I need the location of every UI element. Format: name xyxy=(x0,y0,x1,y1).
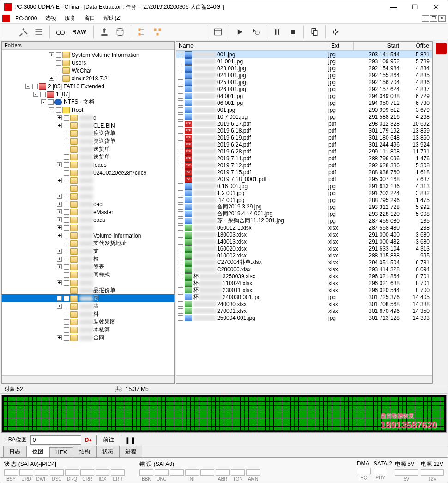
tree-checkbox[interactable] xyxy=(64,209,69,215)
file-row[interactable]: 杯240030 001.jpgjpg301 725 37614 405 xyxy=(176,293,432,300)
tree-checkbox[interactable] xyxy=(64,115,69,121)
tab-状态[interactable]: 状态 xyxy=(96,446,119,457)
tree-checkbox[interactable] xyxy=(64,264,69,270)
file-row[interactable]: 130003.xlsxxlsx291 000 4003 680 xyxy=(176,231,432,238)
file-row[interactable]: 10.7 001.jpgjpg291 588 2164 268 xyxy=(176,113,432,120)
tree-checkbox[interactable] xyxy=(64,147,69,152)
file-row[interactable]: 合同2019.4.14 001.jpgjpg293 228 1205 908 xyxy=(176,210,432,217)
expand-icon[interactable]: - xyxy=(41,99,46,104)
file-row[interactable]: 001.jpgjpg290 999 5123 679 xyxy=(176,106,432,113)
tree-item[interactable]: +代支 xyxy=(2,247,174,255)
file-checkbox[interactable] xyxy=(178,149,183,154)
tree-checkbox[interactable] xyxy=(64,312,69,317)
col-ext[interactable]: Ext xyxy=(328,42,354,50)
file-checkbox[interactable] xyxy=(178,163,183,168)
tree-item[interactable]: -巨同 xyxy=(2,294,174,302)
tree-checkbox[interactable] xyxy=(64,241,69,246)
file-row[interactable]: 024 001.jpgjpg292 155 8644 835 xyxy=(176,72,432,79)
file-row[interactable]: 060012-1.xlsxxlsx287 558 480238 xyxy=(176,224,432,231)
file-row[interactable]: 025 001.jpgjpg292 156 7044 836 xyxy=(176,79,432,86)
goto-button[interactable]: 前往 xyxy=(96,435,121,445)
file-row[interactable]: 2019.6.18.pdfpdf301 179 19213 859 xyxy=(176,127,432,134)
file-row[interactable]: 2019.6.17.pdfpdf298 012 32810 692 xyxy=(176,120,432,127)
tree-checkbox[interactable] xyxy=(64,131,69,136)
tree-item[interactable]: +杯表 xyxy=(2,302,174,310)
file-checkbox[interactable] xyxy=(178,204,183,210)
file-row[interactable]: 杯110024.xlsxxlsx296 021 6888 701 xyxy=(176,280,432,287)
tree-item[interactable]: +Ku xyxy=(2,192,174,200)
expand-icon[interactable]: + xyxy=(57,217,62,222)
file-row[interactable]: 270001.xlsxxlsx301 670 49614 350 xyxy=(176,307,432,314)
tree-item[interactable]: +System Volume Information xyxy=(2,51,174,59)
tree-checkbox[interactable] xyxy=(64,194,69,199)
tab-HEX[interactable]: HEX xyxy=(49,447,73,457)
file-checkbox[interactable] xyxy=(178,135,183,141)
tree-checkbox[interactable] xyxy=(48,99,54,105)
tree-item[interactable]: +Kwoad xyxy=(2,200,174,208)
file-row[interactable]: 010002.xlsxxlsx288 315 888995 xyxy=(176,252,432,259)
tree-item[interactable]: +xinxin2018.7.21 xyxy=(2,74,174,82)
file-row[interactable]: 2019.7.15.pdfpdf288 938 7601 618 xyxy=(176,169,432,176)
raw-button[interactable]: RAW xyxy=(69,25,90,38)
tree-item[interactable]: 20送货单 xyxy=(2,153,174,161)
flow1-icon[interactable] xyxy=(135,25,149,38)
column-header[interactable]: Name Ext Start Offse xyxy=(176,42,432,51)
tab-日志[interactable]: 日志 xyxy=(3,446,26,457)
file-checkbox[interactable] xyxy=(178,156,183,161)
tree-checkbox[interactable] xyxy=(64,178,69,183)
file-row[interactable]: C280006.xlsxxlsx293 414 3286 094 xyxy=(176,266,432,273)
expand-icon[interactable]: + xyxy=(57,335,62,340)
expand-icon[interactable]: + xyxy=(57,194,62,199)
file-checkbox[interactable] xyxy=(178,246,183,251)
file-row[interactable]: 2019.6.19.pdfpdf301 180 64813 860 xyxy=(176,134,432,141)
tree-item[interactable]: -NTFS - 文档 xyxy=(2,98,174,106)
play-icon[interactable] xyxy=(233,25,247,38)
file-row[interactable]: 2019.7.11.pdfpdf288 796 0961 476 xyxy=(176,155,432,162)
file-checkbox[interactable] xyxy=(178,315,183,321)
tree-checkbox[interactable] xyxy=(64,280,69,286)
tree-item[interactable]: +qy xyxy=(2,224,174,232)
close-button[interactable]: ✕ xyxy=(425,0,447,13)
tree-checkbox[interactable] xyxy=(64,233,69,238)
file-checkbox[interactable] xyxy=(178,274,183,279)
tree-checkbox[interactable] xyxy=(64,225,69,231)
expand-icon[interactable]: + xyxy=(57,264,62,269)
file-row[interactable]: 0.16 001.jpgjpg291 633 1364 313 xyxy=(176,183,432,190)
expand-icon[interactable]: + xyxy=(57,178,62,183)
file-row[interactable]: 250004 001.jpgjpg301 713 12814 393 xyxy=(176,314,432,321)
lba-input[interactable] xyxy=(30,435,81,445)
menu-options[interactable]: 选项 xyxy=(42,14,59,22)
file-checkbox[interactable] xyxy=(178,121,183,127)
file-checkbox[interactable] xyxy=(178,79,183,85)
tree-checkbox[interactable] xyxy=(64,154,69,160)
tree-item[interactable]: 上支代发货地址 xyxy=(2,239,174,247)
file-checkbox[interactable] xyxy=(178,301,183,307)
file-checkbox[interactable] xyxy=(178,197,183,203)
menu-service[interactable]: 服务 xyxy=(62,14,79,22)
tree-checkbox[interactable] xyxy=(64,139,69,144)
menu-help[interactable]: 帮助(Z) xyxy=(101,14,124,22)
expand-icon[interactable]: + xyxy=(57,225,62,230)
file-checkbox[interactable] xyxy=(178,142,183,147)
flow2-icon[interactable] xyxy=(151,25,164,38)
tree-item[interactable]: +员检 xyxy=(2,255,174,263)
menu-app[interactable]: PC-3000 xyxy=(12,15,40,22)
binoculars-icon[interactable] xyxy=(54,25,67,38)
expand-icon[interactable]: + xyxy=(49,52,54,57)
file-row[interactable]: 苏）采购合同11.12 001.jpgjpg287 455 080135 xyxy=(176,217,432,224)
expand-icon[interactable]: + xyxy=(57,115,62,120)
expand-icon[interactable]: + xyxy=(57,280,62,285)
file-row[interactable]: 1.2 001.jpgjpg291 202 2243 882 xyxy=(176,190,432,196)
file-checkbox[interactable] xyxy=(178,107,183,113)
file-row[interactable]: 合同2019.3.29.jpgjpg293 312 7285 992 xyxy=(176,203,432,210)
tree-checkbox[interactable] xyxy=(64,296,69,301)
database-icon[interactable] xyxy=(113,25,127,38)
minimize-button[interactable]: — xyxy=(383,0,404,13)
tree-item[interactable]: WeChat xyxy=(2,67,174,74)
file-checkbox[interactable] xyxy=(178,177,183,182)
tree-checkbox[interactable] xyxy=(64,162,69,168)
tree-checkbox[interactable] xyxy=(64,170,69,176)
tree-checkbox[interactable] xyxy=(56,68,61,73)
mdi-close[interactable]: × xyxy=(438,15,446,22)
file-checkbox[interactable] xyxy=(178,52,183,57)
